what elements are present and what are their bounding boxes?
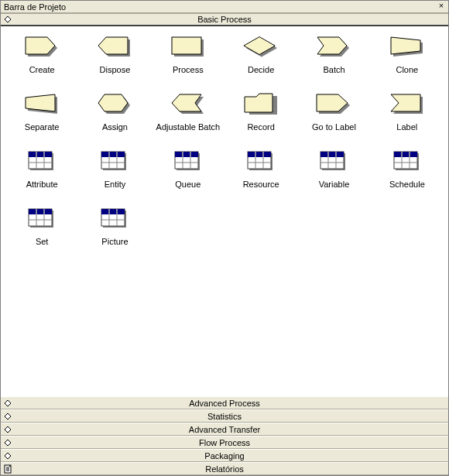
diamond-icon [4, 15, 12, 23]
svg-marker-8 [244, 37, 275, 55]
panel-header-advanced-transfer[interactable]: Advanced Transfer [1, 423, 448, 436]
table-icon [389, 150, 426, 173]
table-icon [96, 207, 133, 231]
module-label: Decide [248, 65, 274, 74]
label-icon [389, 93, 426, 116]
svg-marker-89 [5, 400, 11, 406]
panel-header-packaging[interactable]: Packaging [1, 449, 448, 462]
module-set[interactable]: Set [5, 207, 78, 246]
svg-marker-93 [5, 453, 11, 459]
module-label: Dispose [100, 65, 131, 74]
svg-marker-14 [26, 94, 55, 111]
module-resource[interactable]: Resource [224, 150, 297, 189]
module-batch[interactable]: Batch [297, 36, 370, 74]
collapsed-panels: Advanced Process Statistics Advanced Tra… [1, 396, 448, 475]
diamond-icon [4, 426, 12, 433]
module-create[interactable]: Create [5, 36, 78, 74]
svg-marker-20 [245, 94, 272, 112]
module-attribute[interactable]: Attribute [5, 150, 78, 189]
panel-title: Statistics [1, 412, 448, 421]
svg-marker-90 [5, 413, 11, 419]
module-label: Assign [102, 122, 128, 132]
panel-header-statistics[interactable]: Statistics [1, 409, 448, 423]
module-label: Attribute [26, 180, 58, 189]
module-dispose[interactable]: Dispose [78, 36, 151, 74]
decide-icon [242, 36, 279, 59]
panel-body-basic-process: CreateDisposeProcessDecideBatchCloneSepa… [1, 26, 448, 396]
module-adjustable-batch[interactable]: Adjustable Batch [152, 93, 224, 132]
adjbatch-icon [170, 93, 207, 116]
create-icon [23, 36, 60, 59]
module-record[interactable]: Record [224, 93, 297, 132]
module-label: Entity [105, 180, 126, 189]
window-title: Barra de Projeto [2, 2, 436, 12]
module-label: Batch [323, 65, 344, 74]
diamond-icon [4, 439, 12, 447]
table-icon [315, 150, 352, 173]
dispose-icon [96, 36, 133, 59]
svg-marker-0 [5, 16, 11, 22]
close-icon[interactable]: × [436, 2, 447, 12]
svg-marker-16 [98, 94, 128, 111]
module-label: Separate [25, 122, 60, 132]
panel-header-relatórios[interactable]: Relatórios [1, 462, 448, 475]
module-queue[interactable]: Queue [152, 150, 224, 189]
svg-rect-35 [101, 152, 125, 157]
project-bar-window: Barra de Projeto × Basic Process CreateD… [0, 0, 449, 476]
panel-title: Advanced Process [1, 399, 448, 408]
svg-rect-67 [394, 152, 417, 157]
titlebar: Barra de Projeto × [1, 1, 448, 13]
module-process[interactable]: Process [152, 36, 224, 74]
module-label[interactable]: Label [371, 93, 444, 132]
svg-marker-24 [391, 94, 420, 111]
table-icon [242, 150, 279, 173]
svg-rect-27 [29, 152, 52, 157]
module-assign[interactable]: Assign [78, 93, 151, 132]
module-clone[interactable]: Clone [371, 36, 444, 74]
panel-title: Advanced Transfer [1, 425, 448, 434]
svg-marker-91 [5, 426, 11, 433]
module-schedule[interactable]: Schedule [371, 150, 444, 189]
module-grid: CreateDisposeProcessDecideBatchCloneSepa… [5, 36, 444, 246]
panel-header-advanced-process[interactable]: Advanced Process [1, 396, 448, 409]
panel-title: Packaging [1, 451, 448, 461]
module-label: Adjustable Batch [156, 122, 221, 132]
panel-header-flow-process[interactable]: Flow Process [1, 436, 448, 449]
module-label: Create [29, 65, 55, 74]
module-label: Set [36, 237, 49, 246]
module-label: Record [247, 122, 274, 132]
record-icon [242, 93, 279, 116]
module-decide[interactable]: Decide [224, 36, 297, 74]
module-label: Label [396, 122, 417, 132]
svg-rect-75 [29, 209, 52, 214]
svg-rect-43 [175, 152, 198, 157]
panel-header-basic-process[interactable]: Basic Process [1, 13, 448, 26]
table-icon [23, 207, 60, 231]
module-label: Clone [396, 65, 418, 74]
table-icon [96, 150, 133, 173]
module-label: Variable [319, 180, 350, 189]
svg-marker-92 [5, 440, 11, 446]
clone-icon [389, 36, 426, 59]
table-icon [23, 150, 60, 173]
svg-rect-51 [248, 152, 271, 157]
diamond-icon [4, 452, 12, 460]
table-icon [170, 150, 207, 173]
module-entity[interactable]: Entity [78, 150, 151, 189]
module-label: Schedule [389, 180, 425, 189]
svg-rect-83 [101, 209, 125, 214]
module-separate[interactable]: Separate [5, 93, 78, 132]
panel-title: Basic Process [1, 15, 448, 24]
assign-icon [96, 93, 133, 116]
module-variable[interactable]: Variable [297, 150, 370, 189]
separate-icon [23, 93, 60, 116]
diamond-icon [4, 413, 12, 420]
svg-marker-12 [391, 37, 420, 54]
module-label: Queue [175, 180, 201, 189]
module-label: Process [173, 65, 204, 74]
process-icon [170, 36, 207, 59]
goto-icon [315, 93, 352, 116]
svg-marker-4 [98, 37, 128, 54]
module-go-to-label[interactable]: Go to Label [297, 93, 370, 132]
module-picture[interactable]: Picture [78, 207, 151, 246]
